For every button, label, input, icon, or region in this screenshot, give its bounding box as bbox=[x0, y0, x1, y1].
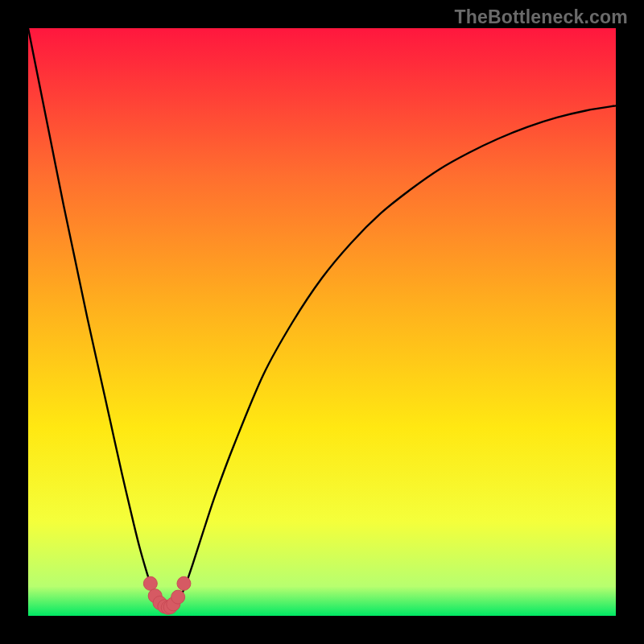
minimum-marker bbox=[177, 576, 191, 590]
bottleneck-chart-svg bbox=[28, 28, 616, 616]
gradient-background bbox=[28, 28, 616, 616]
chart-plot-area bbox=[28, 28, 616, 616]
minimum-marker bbox=[143, 576, 157, 590]
watermark-text: TheBottleneck.com bbox=[454, 6, 628, 28]
minimum-marker bbox=[171, 590, 185, 604]
